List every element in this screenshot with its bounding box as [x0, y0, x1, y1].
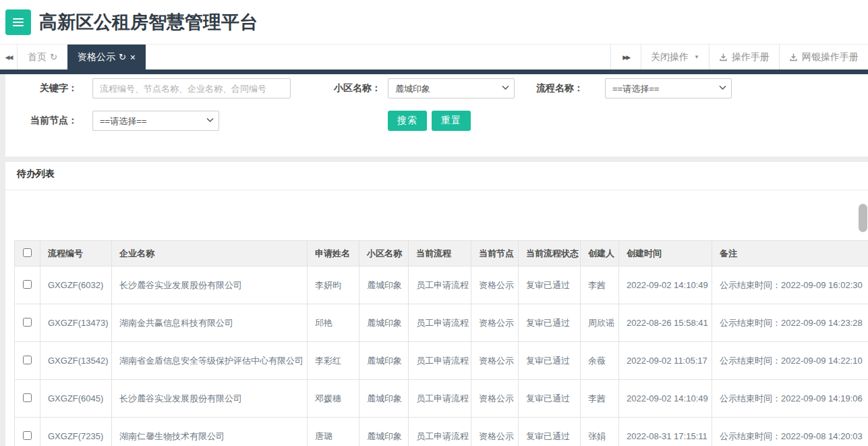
cell-current-node: 资格公示	[471, 418, 519, 446]
node-select-wrap: ==请选择==	[92, 111, 219, 131]
col-community: 小区名称	[359, 241, 409, 267]
table-row[interactable]: GXGZF(13473) 湖南金共赢信息科技有限公司 邱艳 麓城印象 员工申请流…	[15, 304, 868, 342]
close-operations-label: 关闭操作	[651, 51, 689, 63]
cell-community: 麓城印象	[359, 267, 409, 304]
tab-bar: ◀◀ 首页 ↻ 资格公示 ↻ × ▶▶ 关闭操作 ▼ 操作手册 网银操作手册	[0, 44, 868, 74]
node-select[interactable]: ==请选择==	[92, 111, 219, 131]
row-checkbox[interactable]	[23, 393, 32, 402]
collapse-tabs-button[interactable]: ◀◀	[0, 45, 18, 69]
col-flow-status: 当前流程状态	[519, 241, 581, 267]
select-all-checkbox[interactable]	[23, 248, 32, 257]
cell-community: 麓城印象	[359, 304, 409, 342]
search-panel: 关键字： 小区名称： 麓城印象 流程名称： ==请选择== 当前节点： ==请选…	[5, 74, 868, 157]
cell-creator: 余薇	[581, 342, 619, 380]
table-row[interactable]: GXGZF(13542) 湖南省金盾信息安全等级保护评估中心有限公司 李彩红 麓…	[15, 342, 868, 380]
community-select-wrap: 麓城印象	[388, 78, 515, 99]
hamburger-icon	[13, 22, 24, 23]
cell-process-no: GXGZF(6045)	[40, 380, 112, 418]
close-operations-dropdown[interactable]: 关闭操作 ▼	[641, 45, 709, 69]
community-select[interactable]: 麓城印象	[388, 78, 515, 99]
cell-creator: 李茜	[581, 380, 619, 418]
download-icon	[789, 53, 798, 61]
process-select[interactable]: ==请选择==	[605, 78, 732, 99]
cell-process-no: GXGZF(6032)	[40, 267, 112, 304]
row-checkbox[interactable]	[23, 280, 32, 289]
col-remark: 备注	[712, 241, 868, 267]
hamburger-icon	[13, 25, 24, 26]
cell-current-flow: 员工申请流程	[409, 418, 471, 446]
cell-remark: 公示结束时间：2022-09-08 14:20:03	[712, 418, 868, 446]
cell-created-at: 2022-09-02 14:10:49	[619, 267, 712, 304]
todo-table: 流程编号 企业名称 申请姓名 小区名称 当前流程 当前节点 当前流程状态 创建人…	[14, 240, 868, 446]
download-icon	[719, 53, 728, 61]
expand-tabs-button[interactable]: ▶▶	[611, 45, 641, 69]
cell-flow-status: 复审已通过	[519, 380, 581, 418]
cell-creator: 李茜	[581, 267, 619, 304]
process-select-wrap: ==请选择==	[605, 78, 732, 99]
page-title: 高新区公租房智慧管理平台	[39, 10, 258, 34]
cell-flow-status: 复审已通过	[519, 342, 581, 380]
cell-community: 麓城印象	[359, 380, 409, 418]
cell-company: 湖南金共赢信息科技有限公司	[112, 304, 308, 342]
app-header: 高新区公租房智慧管理平台	[0, 0, 868, 44]
reset-button[interactable]: 重置	[432, 111, 471, 131]
operation-manual-link[interactable]: 操作手册	[710, 45, 779, 69]
todo-panel: 待办列表 流程编号 企业名称 申请姓名 小区名称 当前流程 当前节点	[5, 162, 868, 446]
close-icon[interactable]: ×	[130, 52, 136, 63]
header-checkbox-cell	[15, 241, 40, 267]
menu-toggle-button[interactable]	[5, 9, 31, 35]
row-checkbox[interactable]	[23, 356, 32, 364]
search-form-row-2: 当前节点： ==请选择== 搜索 重置	[5, 111, 868, 131]
process-name-label: 流程名称：	[523, 82, 583, 94]
row-checkbox[interactable]	[23, 431, 32, 440]
cell-creator: 张娟	[581, 418, 619, 446]
cell-applicant: 唐璐	[308, 418, 359, 446]
cell-current-flow: 员工申请流程	[409, 267, 471, 304]
cell-current-node: 资格公示	[471, 267, 519, 304]
vertical-scrollbar-thumb[interactable]	[859, 204, 867, 232]
ebank-manual-link[interactable]: 网银操作手册	[780, 45, 868, 69]
refresh-icon[interactable]: ↻	[119, 52, 126, 62]
todo-table-zone: 流程编号 企业名称 申请姓名 小区名称 当前流程 当前节点 当前流程状态 创建人…	[14, 240, 868, 446]
cell-community: 麓城印象	[359, 342, 409, 380]
col-current-node: 当前节点	[471, 241, 519, 267]
keyword-input[interactable]	[92, 78, 291, 99]
search-button[interactable]: 搜索	[388, 111, 427, 131]
row-checkbox[interactable]	[23, 318, 32, 327]
tab-home[interactable]: 首页 ↻	[18, 45, 67, 69]
cell-creator: 周欣谣	[581, 304, 619, 342]
tab-qualification-publicity[interactable]: 资格公示 ↻ ×	[67, 45, 146, 69]
cell-current-flow: 员工申请流程	[409, 342, 471, 380]
cell-process-no: GXGZF(7235)	[40, 418, 112, 446]
cell-current-node: 资格公示	[471, 304, 519, 342]
tabbar-spacer	[146, 45, 610, 69]
cell-flow-status: 复审已通过	[519, 304, 581, 342]
table-row[interactable]: GXGZF(7235) 湖南仁馨生物技术有限公司 唐璐 麓城印象 员工申请流程 …	[15, 418, 868, 446]
tab-home-label: 首页	[28, 51, 47, 63]
cell-applicant: 邱艳	[308, 304, 359, 342]
hamburger-icon	[13, 18, 24, 20]
refresh-icon[interactable]: ↻	[50, 52, 57, 62]
cell-flow-status: 复审已通过	[519, 418, 581, 446]
cell-company: 长沙麓谷实业发展股份有限公司	[112, 267, 308, 304]
col-created-at: 创建时间	[619, 241, 712, 267]
col-current-flow: 当前流程	[409, 241, 471, 267]
cell-community: 麓城印象	[359, 418, 409, 446]
keyword-label: 关键字：	[5, 82, 78, 94]
cell-created-at: 2022-09-02 11:05:17	[619, 342, 712, 380]
double-chevron-left-icon: ◀◀	[5, 54, 12, 61]
cell-applicant: 李妍昀	[308, 267, 359, 304]
tab-qualification-publicity-label: 资格公示	[78, 51, 115, 63]
cell-remark: 公示结束时间：2022-09-09 14:19:06	[712, 380, 868, 418]
col-applicant: 申请姓名	[308, 241, 359, 267]
search-form-row-1: 关键字： 小区名称： 麓城印象 流程名称： ==请选择==	[5, 78, 868, 99]
table-row[interactable]: GXGZF(6032) 长沙麓谷实业发展股份有限公司 李妍昀 麓城印象 员工申请…	[15, 267, 868, 304]
table-row[interactable]: GXGZF(6045) 长沙麓谷实业发展股份有限公司 邓媛穗 麓城印象 员工申请…	[15, 380, 868, 418]
cell-current-node: 资格公示	[471, 380, 519, 418]
cell-company: 湖南省金盾信息安全等级保护评估中心有限公司	[112, 342, 308, 380]
cell-current-flow: 员工申请流程	[409, 380, 471, 418]
cell-process-no: GXGZF(13473)	[40, 304, 112, 342]
cell-flow-status: 复审已通过	[519, 267, 581, 304]
caret-down-icon: ▼	[694, 54, 699, 60]
cell-company: 湖南仁馨生物技术有限公司	[112, 418, 308, 446]
